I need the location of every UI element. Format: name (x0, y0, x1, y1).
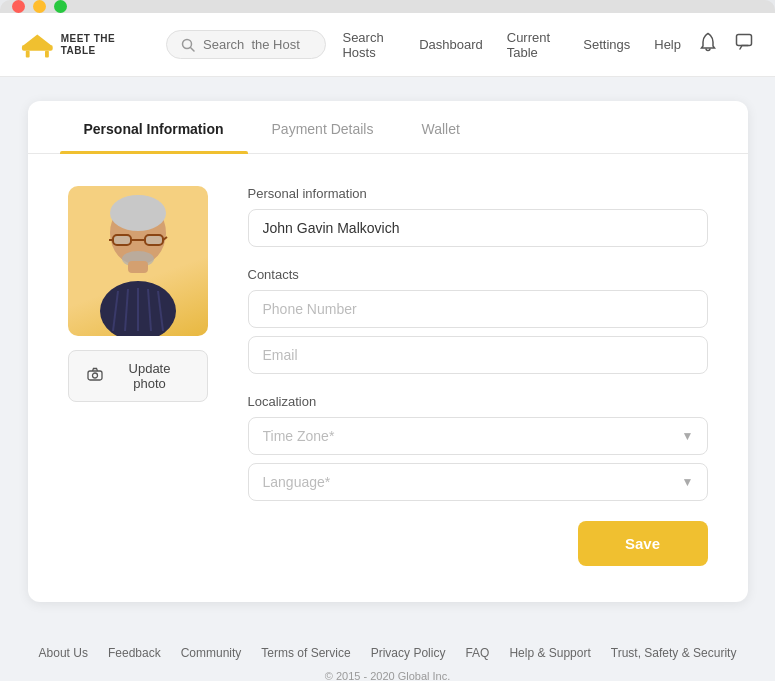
maximize-button[interactable] (54, 0, 67, 13)
update-photo-label: Update photo (111, 361, 189, 391)
timezone-select[interactable]: Time Zone* (248, 417, 708, 455)
name-input[interactable] (248, 209, 708, 247)
window-chrome (0, 0, 775, 13)
avatar-image (68, 186, 208, 336)
tab-wallet[interactable]: Wallet (397, 101, 483, 153)
svg-rect-9 (113, 235, 131, 245)
footer: About Us Feedback Community Terms of Ser… (0, 626, 775, 681)
messages-button[interactable] (733, 31, 755, 58)
contacts-label: Contacts (248, 267, 708, 282)
search-input[interactable] (203, 37, 311, 52)
svg-line-5 (191, 47, 195, 51)
footer-help-support[interactable]: Help & Support (509, 646, 590, 660)
svg-rect-6 (737, 35, 752, 46)
minimize-button[interactable] (33, 0, 46, 13)
language-wrapper: Language* ▼ (248, 463, 708, 501)
svg-rect-1 (26, 50, 30, 57)
close-button[interactable] (12, 0, 25, 13)
svg-rect-2 (45, 50, 49, 57)
svg-marker-3 (24, 34, 51, 45)
photo-section: Update photo (68, 186, 208, 566)
localization-group: Localization Time Zone* ▼ Language* ▼ (248, 394, 708, 501)
svg-point-23 (92, 373, 97, 378)
tab-payment-details[interactable]: Payment Details (248, 101, 398, 153)
navbar: MEET THE TABLE Search Hosts Dashboard Cu… (0, 13, 775, 77)
svg-rect-0 (22, 45, 53, 51)
nav-search-hosts[interactable]: Search Hosts (342, 30, 395, 60)
content-area: Personal Information Payment Details Wal… (0, 77, 775, 626)
footer-copyright: © 2015 - 2020 Global Inc. (325, 670, 451, 681)
email-input[interactable] (248, 336, 708, 374)
nav-help[interactable]: Help (654, 37, 681, 52)
avatar-container (68, 186, 208, 336)
nav-dashboard[interactable]: Dashboard (419, 37, 483, 52)
bell-icon (699, 32, 717, 52)
footer-feedback[interactable]: Feedback (108, 646, 161, 660)
form-section: Personal information Contacts Localizati… (248, 186, 708, 566)
personal-info-group: Personal information (248, 186, 708, 247)
search-bar[interactable] (166, 30, 326, 59)
chat-icon (735, 33, 753, 51)
tabs: Personal Information Payment Details Wal… (28, 101, 748, 154)
nav-icons (697, 30, 755, 59)
notifications-button[interactable] (697, 30, 719, 59)
nav-settings[interactable]: Settings (583, 37, 630, 52)
logo-area: MEET THE TABLE (20, 31, 150, 59)
search-icon (181, 38, 195, 52)
logo-icon (20, 31, 55, 59)
contacts-group: Contacts (248, 267, 708, 374)
timezone-wrapper: Time Zone* ▼ (248, 417, 708, 455)
update-photo-button[interactable]: Update photo (68, 350, 208, 402)
footer-faq[interactable]: FAQ (465, 646, 489, 660)
nav-current-table[interactable]: Current Table (507, 30, 560, 60)
profile-card: Personal Information Payment Details Wal… (28, 101, 748, 602)
svg-point-8 (110, 195, 166, 231)
save-button[interactable]: Save (578, 521, 708, 566)
language-select[interactable]: Language* (248, 463, 708, 501)
footer-about[interactable]: About Us (39, 646, 88, 660)
camera-icon (87, 367, 103, 385)
footer-privacy[interactable]: Privacy Policy (371, 646, 446, 660)
app-container: MEET THE TABLE Search Hosts Dashboard Cu… (0, 13, 775, 681)
nav-links: Search Hosts Dashboard Current Table Set… (342, 30, 681, 60)
card-body: Update photo Personal information Contac… (28, 154, 748, 602)
footer-links: About Us Feedback Community Terms of Ser… (39, 646, 737, 660)
footer-community[interactable]: Community (181, 646, 242, 660)
svg-rect-10 (145, 235, 163, 245)
localization-label: Localization (248, 394, 708, 409)
footer-terms[interactable]: Terms of Service (261, 646, 350, 660)
footer-trust[interactable]: Trust, Safety & Security (611, 646, 737, 660)
phone-input[interactable] (248, 290, 708, 328)
logo-text: MEET THE TABLE (61, 33, 150, 57)
person-silhouette (73, 191, 203, 336)
tab-personal-information[interactable]: Personal Information (60, 101, 248, 153)
personal-info-label: Personal information (248, 186, 708, 201)
svg-rect-15 (128, 261, 148, 273)
